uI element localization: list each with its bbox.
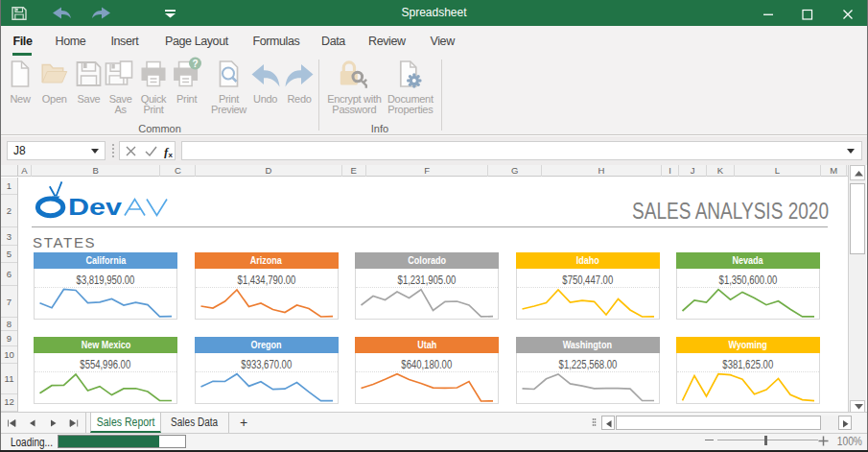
svg-text:?: ? (192, 59, 198, 69)
svg-text:x: x (169, 151, 174, 159)
svg-text:Dev: Dev (68, 195, 123, 221)
